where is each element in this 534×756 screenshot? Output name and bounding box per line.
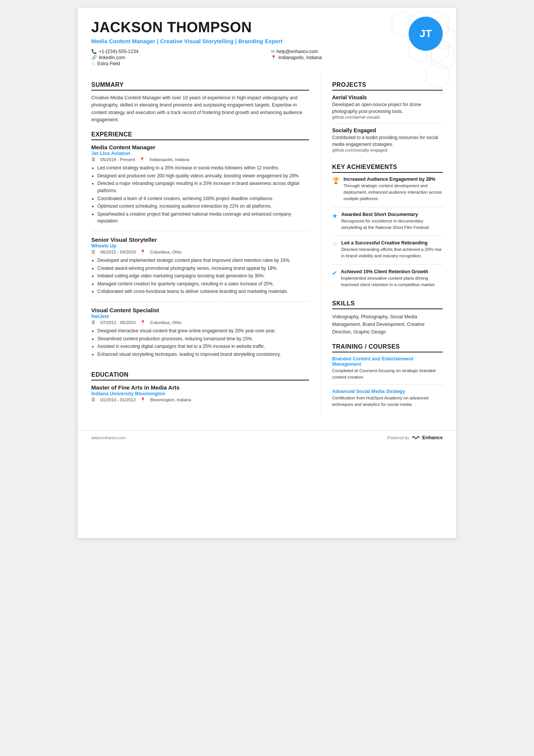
project-link: github.com/aerial-visuals: [332, 115, 443, 119]
skills-title: SKILLS: [332, 300, 443, 309]
training-title: TRAINING / COURSES: [332, 343, 443, 352]
bullet-item: Created award-winning promotional photog…: [97, 265, 309, 272]
avatar: JT: [409, 17, 443, 51]
achievement-block: ★ Awarded Best Short Documentary Recogni…: [332, 212, 443, 236]
summary-text: Creative Media Content Manager with over…: [91, 94, 309, 124]
bullet-item: Managed content creation for quarterly c…: [97, 280, 309, 288]
project-desc: Developed an open-source project for dro…: [332, 101, 443, 115]
job-company: Wheels Up: [91, 243, 309, 249]
location-icon: 📍: [271, 55, 276, 60]
job-title: Senior Visual Storyteller: [91, 236, 309, 243]
bullet-item: Optimized content scheduling, increasing…: [97, 203, 309, 210]
job-bullets: Developed and implemented strategic cont…: [91, 257, 309, 295]
contact-list: 📞 +1-(234)-555-1234 ✉ help@enhancv.com 🔗…: [91, 49, 443, 66]
candidate-name: JACKSON THOMPSON: [91, 20, 443, 36]
job-block: Senior Visual Storyteller Wheels Up 🗓 06…: [91, 236, 309, 302]
trophy-icon: 🏆: [332, 177, 340, 202]
calendar-icon: 🗓: [91, 250, 96, 254]
achievements-title: KEY ACHIEVEMENTS: [332, 164, 443, 173]
contact-linkedin: 🔗 linkedin.com: [91, 55, 263, 60]
achievement-content: Awarded Best Short Documentary Recognize…: [341, 212, 443, 231]
achievements-section: KEY ACHIEVEMENTS 🏆 Increased Audience En…: [332, 164, 443, 293]
footer-url: www.enhancv.com: [91, 435, 126, 440]
bullet-item: Enhanced visual storytelling techniques,…: [97, 351, 309, 358]
bullet-item: Coordinated a team of 4 content creators…: [97, 195, 309, 202]
job-meta: 🗓 05/2019 - Present 📍 Indianapolis, Indi…: [91, 157, 309, 162]
bullet-item: Led content strategy leading to a 35% in…: [97, 164, 309, 172]
achievement-block: 🏆 Increased Audience Engagement by 28% T…: [332, 177, 443, 207]
star-outline-icon: ☆: [332, 241, 337, 260]
job-bullets: Designed interactive visual content that…: [91, 327, 309, 358]
project-name: Socially Engaged: [332, 127, 443, 133]
footer-powered: Powered by Enhancv: [387, 435, 443, 440]
achievement-desc: Implemented innovative content plans dri…: [341, 275, 443, 288]
training-section: TRAINING / COURSES Branded Content and E…: [332, 343, 443, 412]
linkedin-icon: 🔗: [91, 55, 97, 60]
job-title: Visual Content Specialist: [91, 307, 309, 313]
project-desc: Contributed to a toolkit providing resou…: [332, 134, 443, 148]
bullet-item: Designed interactive visual content that…: [97, 327, 309, 335]
achievement-title: Achieved 15% Client Retention Growth: [341, 269, 443, 274]
training-name: Advanced Social Media Strategy: [332, 389, 443, 394]
contact-location: 📍 Indianapolis, Indiana: [271, 55, 443, 60]
contact-email: ✉ help@enhancv.com: [271, 49, 443, 54]
training-desc: Completed at Coursera focusing on strate…: [332, 368, 443, 381]
resume-footer: www.enhancv.com Powered by Enhancv: [78, 430, 456, 444]
achievement-title: Led a Successful Creative Rebranding: [341, 240, 443, 246]
bullet-item: Directed a major rebranding campaign res…: [97, 180, 309, 194]
achievement-content: Increased Audience Engagement by 28% Thr…: [344, 177, 443, 202]
experience-section: EXPERIENCE Media Content Manager Jet Lin…: [91, 131, 309, 364]
summary-section: SUMMARY Creative Media Content Manager w…: [91, 81, 309, 124]
job-meta: 🗓 06/2015 - 04/2019 📍 Columbus, Ohio: [91, 249, 309, 255]
project-link: github.com/socially-engaged: [332, 148, 443, 152]
calendar-icon: 🗓: [91, 320, 96, 325]
education-title: EDUCATION: [91, 371, 309, 380]
bullet-item: Streamlined content production processes…: [97, 335, 309, 343]
location-icon-job: 📍: [139, 157, 145, 162]
achievement-title: Awarded Best Short Documentary: [341, 212, 443, 217]
achievement-content: Achieved 15% Client Retention Growth Imp…: [341, 269, 443, 288]
job-bullets: Led content strategy leading to a 35% in…: [91, 164, 309, 225]
projects-section: PROJECTS Aerial Visuals Developed an ope…: [332, 81, 443, 156]
edu-degree: Master of Fine Arts in Media Arts: [91, 384, 309, 391]
skills-section: SKILLS Videography, Photography, Social …: [332, 300, 443, 336]
left-column: SUMMARY Creative Media Content Manager w…: [91, 74, 322, 415]
contact-phone: 📞 +1-(234)-555-1234: [91, 49, 263, 54]
checkmark-icon: ✔: [332, 269, 337, 288]
phone-icon: 📞: [91, 49, 97, 54]
location-icon-edu: 📍: [140, 397, 145, 402]
project-block: Aerial Visuals Developed an open-source …: [332, 94, 443, 124]
contact-extra: ☆ Extra Field: [91, 61, 263, 66]
achievement-content: Led a Successful Creative Rebranding Dir…: [341, 240, 443, 260]
achievement-desc: Through strategic content development an…: [344, 183, 443, 202]
bullet-item: Spearheaded a creative project that garn…: [97, 211, 309, 225]
achievement-desc: Recognized for excellence in documentary…: [341, 218, 443, 231]
bullet-item: Collaborated with cross-functional teams…: [97, 288, 309, 295]
training-block: Advanced Social Media Strategy Certifica…: [332, 389, 443, 412]
job-block: Visual Content Specialist NetJets 🗓 07/2…: [91, 307, 309, 364]
achievement-title: Increased Audience Engagement by 28%: [344, 177, 443, 182]
enhancv-brand: Enhancv: [422, 435, 443, 440]
training-block: Branded Content and Entertainment Manage…: [332, 356, 443, 385]
enhancv-logo-icon: [412, 435, 420, 440]
training-desc: Certification from HubSpot Academy on ad…: [332, 395, 443, 408]
calendar-icon: 🗓: [91, 157, 96, 162]
training-name: Branded Content and Entertainment Manage…: [332, 356, 443, 367]
education-section: EDUCATION Master of Fine Arts in Media A…: [91, 371, 309, 409]
projects-title: PROJECTS: [332, 81, 443, 91]
bullet-item: Developed and implemented strategic cont…: [97, 257, 309, 264]
right-column: PROJECTS Aerial Visuals Developed an ope…: [322, 74, 443, 415]
job-block: Media Content Manager Jet Linx Aviation …: [91, 144, 309, 231]
skills-text: Videography, Photography, Social Media M…: [332, 313, 443, 336]
job-title: Media Content Manager: [91, 144, 309, 150]
job-company: Jet Linx Aviation: [91, 150, 309, 156]
job-company: NetJets: [91, 313, 309, 319]
star-filled-icon: ★: [332, 212, 337, 231]
email-icon: ✉: [271, 49, 275, 54]
education-entry: Master of Fine Arts in Media Arts Indian…: [91, 384, 309, 409]
job-meta: 🗓 07/2012 - 05/2015 📍 Columbus, Ohio: [91, 320, 309, 325]
achievement-block: ☆ Led a Successful Creative Rebranding D…: [332, 240, 443, 265]
edu-school: Indiana University Bloomington: [91, 391, 309, 396]
star-icon: ☆: [91, 61, 95, 66]
resume-header: JACKSON THOMPSON Media Content Manager |…: [78, 8, 456, 74]
